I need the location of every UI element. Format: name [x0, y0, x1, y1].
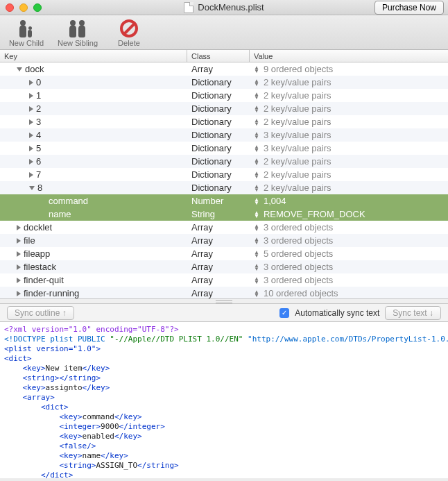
stepper-icon[interactable]: ▲▼ [254, 290, 259, 297]
disclosure-triangle-icon[interactable] [17, 225, 21, 230]
disclosure-triangle-icon[interactable] [17, 238, 21, 244]
outline-row[interactable]: fileappArray▲▼5 ordered objects [0, 247, 448, 260]
row-key: 8 [37, 183, 42, 193]
outline-row[interactable]: 6Dictionary▲▼2 key/value pairs [0, 155, 448, 168]
stepper-icon[interactable]: ▲▼ [254, 106, 259, 112]
row-key: 0 [36, 77, 41, 87]
row-value: 3 key/value pairs [264, 143, 331, 153]
outline-row[interactable]: finder-quitArray▲▼3 ordered objects [0, 273, 448, 287]
disclosure-triangle-icon[interactable] [29, 146, 33, 151]
disclosure-triangle-icon[interactable] [17, 67, 22, 71]
row-value: 10 ordered objects [264, 288, 338, 298]
stepper-icon[interactable]: ▲▼ [254, 92, 259, 99]
row-class: Dictionary [187, 102, 250, 115]
row-key: filestack [24, 262, 56, 272]
outline-row[interactable]: 4Dictionary▲▼3 key/value pairs [0, 128, 448, 142]
outline-row[interactable]: 0Dictionary▲▼2 key/value pairs [0, 76, 448, 89]
stepper-icon[interactable]: ▲▼ [254, 158, 259, 165]
outline-row[interactable]: commandNumber▲▼1,004 [0, 194, 448, 208]
row-value: 2 key/value pairs [264, 156, 331, 167]
row-class: Array [187, 273, 250, 287]
new-child-button[interactable]: New Child [6, 18, 47, 48]
row-key: 3 [36, 117, 41, 127]
row-key: 6 [36, 156, 41, 167]
disclosure-triangle-icon[interactable] [29, 93, 33, 99]
column-header-key[interactable]: Key [0, 50, 187, 62]
outline-row[interactable]: 5Dictionary▲▼3 key/value pairs [0, 142, 448, 155]
row-value: 3 ordered objects [264, 262, 333, 272]
row-key: 1 [36, 90, 41, 101]
disclosure-triangle-icon[interactable] [29, 80, 33, 85]
disclosure-triangle-icon[interactable] [29, 133, 33, 138]
row-value: 3 ordered objects [264, 275, 333, 285]
outline-row[interactable]: nameString▲▼REMOVE_FROM_DOCK [0, 208, 448, 221]
outline-row[interactable]: dockletArray▲▼3 ordered objects [0, 221, 448, 234]
close-icon[interactable] [6, 3, 14, 12]
stepper-icon[interactable]: ▲▼ [254, 185, 259, 192]
stepper-icon[interactable]: ▲▼ [254, 237, 259, 244]
stepper-icon[interactable]: ▲▼ [254, 145, 259, 152]
sync-bar: Sync outline ↑ ✓ Automatically sync text… [0, 304, 448, 322]
row-key: finder-running [24, 288, 79, 298]
row-class: String [187, 208, 250, 221]
outline-row[interactable]: 1Dictionary▲▼2 key/value pairs [0, 89, 448, 102]
row-value: 2 key/value pairs [264, 117, 331, 127]
disclosure-triangle-icon[interactable] [17, 278, 21, 283]
outline-row[interactable]: 7Dictionary▲▼2 key/value pairs [0, 168, 448, 181]
zoom-icon[interactable] [33, 3, 42, 12]
row-key: fileapp [24, 248, 50, 259]
outline-row[interactable]: fileArray▲▼3 ordered objects [0, 234, 448, 247]
stepper-icon[interactable]: ▲▼ [254, 264, 259, 271]
stepper-icon[interactable]: ▲▼ [254, 198, 259, 205]
stepper-icon[interactable]: ▲▼ [254, 132, 259, 139]
disclosure-triangle-icon[interactable] [17, 291, 21, 296]
outline-row[interactable]: 8Dictionary▲▼2 key/value pairs [0, 181, 448, 194]
outline-row[interactable]: 3Dictionary▲▼2 key/value pairs [0, 115, 448, 128]
disclosure-triangle-icon[interactable] [29, 159, 33, 164]
row-value: 5 ordered objects [264, 248, 333, 259]
column-header-value[interactable]: Value [250, 50, 448, 62]
column-header-class[interactable]: Class [187, 50, 250, 62]
row-key: 4 [36, 130, 41, 140]
row-value: 3 ordered objects [264, 235, 333, 246]
disclosure-triangle-icon[interactable] [17, 251, 21, 257]
row-value: 2 key/value pairs [264, 90, 331, 101]
window-titlebar: DockMenus.plist Purchase Now [0, 0, 448, 15]
purchase-button[interactable]: Purchase Now [374, 1, 444, 15]
stepper-icon[interactable]: ▲▼ [254, 211, 259, 218]
row-value: 1,004 [264, 196, 286, 206]
stepper-icon[interactable]: ▲▼ [254, 119, 259, 126]
row-key: name [49, 209, 71, 219]
xml-source-view[interactable]: <?xml version="1.0" encoding="UTF-8"?> <… [0, 322, 448, 478]
minimize-icon[interactable] [19, 3, 28, 12]
disclosure-triangle-icon[interactable] [29, 172, 33, 178]
disclosure-triangle-icon[interactable] [17, 264, 21, 270]
row-class: Dictionary [187, 168, 250, 181]
row-key: 2 [36, 103, 41, 114]
outline-row[interactable]: filestackArray▲▼3 ordered objects [0, 260, 448, 273]
stepper-icon[interactable]: ▲▼ [254, 224, 259, 231]
stepper-icon[interactable]: ▲▼ [254, 277, 259, 284]
stepper-icon[interactable]: ▲▼ [254, 171, 259, 178]
outline-row[interactable]: 2Dictionary▲▼2 key/value pairs [0, 102, 448, 115]
disclosure-triangle-icon[interactable] [29, 119, 33, 125]
outline-row[interactable]: finder-runningArray▲▼10 ordered objects [0, 287, 448, 298]
new-sibling-button[interactable]: New Sibling [57, 18, 98, 48]
auto-sync-checkbox[interactable]: ✓ [279, 308, 289, 318]
row-class: Array [187, 62, 250, 76]
sync-text-button[interactable]: Sync text ↓ [385, 306, 441, 320]
split-handle[interactable] [0, 298, 448, 304]
delete-button[interactable]: Delete [108, 18, 150, 48]
stepper-icon[interactable]: ▲▼ [254, 251, 259, 258]
row-class: Dictionary [187, 155, 250, 168]
disclosure-triangle-icon[interactable] [29, 106, 33, 112]
stepper-icon[interactable]: ▲▼ [254, 79, 259, 86]
row-key: dock [25, 64, 44, 74]
outline-row[interactable]: dockArray▲▼9 ordered objects [0, 62, 448, 76]
traffic-lights [6, 3, 42, 12]
stepper-icon[interactable]: ▲▼ [254, 66, 259, 73]
sync-outline-button[interactable]: Sync outline ↑ [7, 306, 74, 320]
outline-view[interactable]: dockArray▲▼9 ordered objects0Dictionary▲… [0, 62, 448, 298]
disclosure-triangle-icon[interactable] [29, 186, 35, 190]
row-class: Array [187, 234, 250, 247]
